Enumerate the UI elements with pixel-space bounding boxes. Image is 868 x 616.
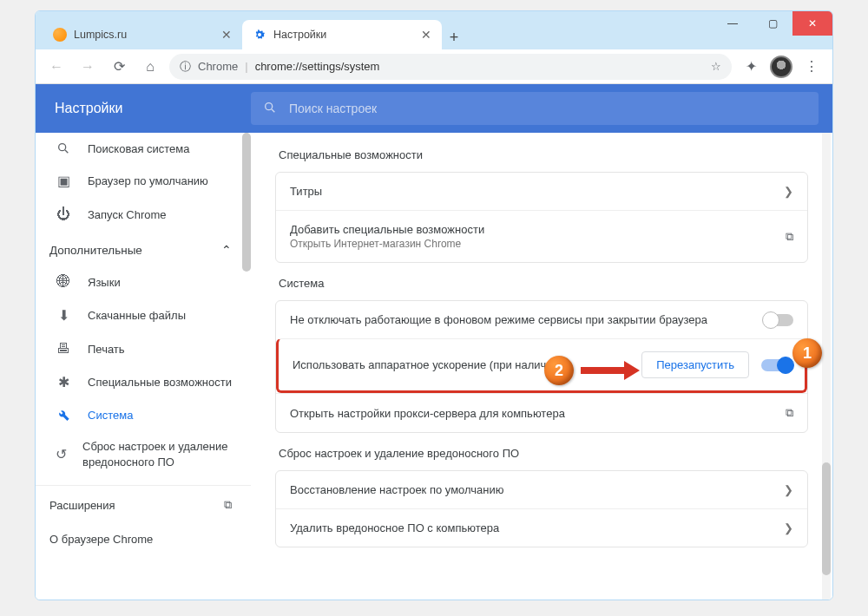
sidebar-item-search-engine[interactable]: Поисковая система — [36, 133, 251, 164]
main-scrollbar-thumb[interactable] — [822, 462, 831, 575]
sidebar-item-label: Система — [88, 409, 133, 422]
sidebar-item-startup[interactable]: ⏻ Запуск Chrome — [36, 198, 251, 231]
sidebar-item-label: Печать — [88, 343, 125, 356]
svg-line-1 — [272, 109, 274, 112]
globe-icon: 🌐︎ — [55, 274, 72, 290]
settings-header: Настройки Поиск настроек — [36, 84, 832, 133]
sidebar-item-label: Специальные возможности — [88, 375, 232, 390]
annotation-badge-1: 1 — [792, 338, 822, 368]
annotation-arrow — [581, 363, 640, 378]
settings-body: Поисковая система ▣ Браузер по умолчанию… — [36, 133, 832, 600]
back-button[interactable]: ← — [44, 55, 69, 79]
tab-close-icon[interactable]: ✕ — [421, 28, 431, 42]
browser-icon: ▣ — [55, 173, 72, 189]
row-proxy[interactable]: Открыть настройки прокси-сервера для ком… — [276, 393, 807, 432]
toggle-background-apps[interactable] — [764, 314, 793, 326]
row-background-apps[interactable]: Не отключать работающие в фоновом режиме… — [276, 301, 807, 338]
row-title: Добавить специальные возможности — [290, 223, 484, 236]
restore-icon: ↺ — [55, 446, 67, 462]
sidebar-scrollbar[interactable] — [242, 133, 251, 272]
advanced-label: Дополнительные — [49, 244, 142, 257]
profile-avatar[interactable] — [770, 56, 792, 78]
address-bar: ← → ⟳ ⌂ ⓘ Chrome | chrome://settings/sys… — [36, 49, 832, 84]
settings-main: Специальные возможности Титры ❯ Добавить… — [251, 133, 832, 600]
site-info-icon[interactable]: ⓘ — [180, 59, 191, 75]
sidebar-item-downloads[interactable]: ⬇ Скачанные файлы — [36, 298, 251, 332]
card-reset: Восстановление настроек по умолчанию ❯ У… — [275, 470, 808, 547]
row-label: Не отключать работающие в фоновом режиме… — [290, 313, 707, 326]
section-title-a11y: Специальные возможности — [279, 148, 808, 161]
card-system: Не отключать работающие в фоновом режиме… — [275, 300, 808, 433]
new-tab-button[interactable]: + — [442, 25, 466, 49]
row-subtitle: Открыть Интернет-магазин Chrome — [290, 238, 484, 250]
download-icon: ⬇ — [55, 307, 72, 324]
sidebar-advanced-toggle[interactable]: Дополнительные ⌃ — [36, 231, 251, 265]
row-label: Восстановление настроек по умолчанию — [290, 483, 504, 496]
chevron-right-icon: ❯ — [784, 521, 793, 534]
sidebar-item-about[interactable]: О браузере Chrome — [36, 524, 251, 554]
row-label: Добавить специальные возможности Открыть… — [290, 223, 484, 250]
row-actions: Перезапустить — [641, 351, 791, 378]
close-button[interactable]: ✕ — [792, 11, 832, 36]
sidebar-item-label: Языки — [88, 276, 121, 289]
settings-sidebar: Поисковая система ▣ Браузер по умолчанию… — [36, 133, 251, 600]
row-label: Открыть настройки прокси-сервера для ком… — [290, 407, 565, 420]
sidebar-item-system[interactable]: Система — [36, 399, 251, 430]
sidebar-item-extensions[interactable]: Расширения ⧉ — [36, 485, 251, 524]
sidebar-item-accessibility[interactable]: ✱ Специальные возможности — [36, 365, 251, 399]
row-restore-defaults[interactable]: Восстановление настроек по умолчанию ❯ — [276, 471, 807, 508]
chevron-right-icon: ❯ — [784, 185, 793, 198]
row-captions[interactable]: Титры ❯ — [276, 173, 807, 210]
window-controls: — ▢ ✕ — [713, 11, 832, 36]
open-external-icon: ⧉ — [786, 406, 793, 420]
toggle-hardware-accel[interactable] — [761, 359, 791, 371]
separator: | — [245, 60, 247, 73]
open-external-icon: ⧉ — [786, 230, 793, 244]
omnibox[interactable]: ⓘ Chrome | chrome://settings/system ☆ — [169, 54, 732, 80]
favicon-icon — [53, 28, 67, 42]
gear-icon — [253, 28, 266, 42]
reload-button[interactable]: ⟳ — [107, 55, 131, 79]
svg-point-2 — [59, 144, 66, 151]
about-label: О браузере Chrome — [49, 533, 153, 546]
tab-title: Настройки — [273, 29, 326, 41]
row-cleanup[interactable]: Удалить вредоносное ПО с компьютера ❯ — [276, 508, 807, 547]
home-button[interactable]: ⌂ — [138, 55, 162, 79]
tab-settings[interactable]: Настройки ✕ — [242, 20, 442, 49]
search-icon — [263, 101, 277, 117]
tab-title: Lumpics.ru — [74, 29, 127, 41]
card-a11y: Титры ❯ Добавить специальные возможности… — [275, 172, 808, 263]
extensions-icon[interactable]: ✦ — [739, 55, 763, 79]
bookmark-star-icon[interactable]: ☆ — [711, 60, 721, 73]
page-title: Настройки — [36, 101, 251, 116]
row-add-a11y[interactable]: Добавить специальные возможности Открыть… — [276, 210, 807, 262]
svg-point-0 — [266, 102, 273, 109]
row-hardware-accel[interactable]: Использовать аппаратное ускорение (при н… — [276, 338, 807, 393]
sidebar-item-reset[interactable]: ↺ Сброс настроек и удаление вредоносного… — [36, 430, 251, 478]
wrench-icon — [55, 408, 72, 422]
row-label: Удалить вредоносное ПО с компьютера — [290, 521, 499, 534]
sidebar-item-label: Сброс настроек и удаление вредоносного П… — [82, 439, 251, 469]
maximize-button[interactable]: ▢ — [753, 11, 792, 36]
sidebar-item-print[interactable]: 🖶 Печать — [36, 332, 251, 365]
chevron-up-icon: ⌃ — [221, 243, 232, 257]
sidebar-item-languages[interactable]: 🌐︎ Языки — [36, 265, 251, 298]
sidebar-item-label: Запуск Chrome — [88, 208, 167, 221]
tab-close-icon[interactable]: ✕ — [221, 28, 232, 42]
accessibility-icon: ✱ — [55, 374, 72, 390]
minimize-button[interactable]: — — [713, 11, 753, 36]
sidebar-item-default-browser[interactable]: ▣ Браузер по умолчанию — [36, 164, 251, 198]
search-placeholder: Поиск настроек — [289, 102, 377, 115]
extensions-label: Расширения — [49, 499, 115, 512]
sidebar-item-label: Браузер по умолчанию — [88, 174, 208, 187]
relaunch-button[interactable]: Перезапустить — [641, 351, 749, 378]
forward-button[interactable]: → — [76, 55, 100, 79]
menu-button[interactable]: ⋮ — [799, 55, 824, 79]
section-title-system: Система — [279, 277, 808, 290]
settings-search[interactable]: Поиск настроек — [251, 92, 819, 125]
tab-lumpics[interactable]: Lumpics.ru ✕ — [43, 20, 242, 49]
chevron-right-icon: ❯ — [784, 483, 793, 496]
main-scrollbar-track[interactable] — [822, 133, 831, 600]
row-label: Использовать аппаратное ускорение (при н… — [293, 358, 562, 371]
row-label: Титры — [290, 185, 322, 198]
